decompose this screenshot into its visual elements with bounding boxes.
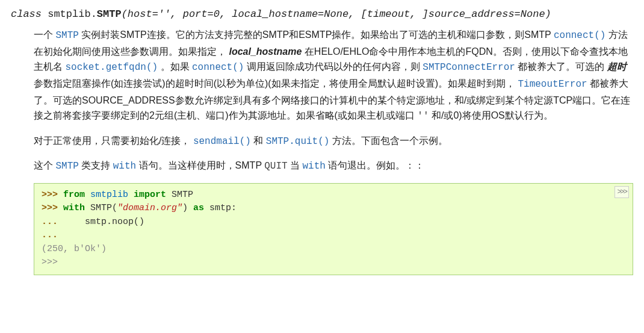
text-run: 这个: [34, 160, 55, 170]
copy-prompt-button[interactable]: >>>: [615, 186, 629, 198]
module-name: smtplib.: [48, 8, 97, 20]
sig-open: (: [122, 8, 128, 20]
text-run: 都被养大了。可选的: [515, 61, 607, 72]
prompt-continuation: ...: [42, 217, 63, 227]
literal-quit: QUIT: [264, 161, 287, 172]
text-run: 语句。当这样使用时，SMTP: [136, 160, 264, 170]
text-run: 和/或0)将使用OS默认行为。: [429, 110, 553, 120]
sig-params-3: source_address=None: [429, 8, 545, 20]
link-smtpconnecterror[interactable]: SMTPConnectError: [423, 62, 515, 73]
class-signature: class smtplib.SMTP(host='', port=0, loca…: [11, 6, 633, 22]
description-block: 一个 SMTP 实例封装SMTP连接。它的方法支持完整的SMTP和ESMTP操作…: [34, 27, 633, 275]
link-smtp[interactable]: SMTP: [55, 161, 78, 172]
sig-bracket-close: ]: [423, 8, 429, 20]
paragraph-2: 对于正常使用，只需要初始化/连接， sendmail() 和 SMTP.quit…: [34, 133, 633, 150]
sig-close: ): [545, 8, 551, 20]
literal-empty-string: '': [417, 111, 429, 122]
sig-params-1: host='', port=0, local_hostname=None,: [128, 8, 361, 20]
text-run: 方法。下面包含一个示例。: [329, 135, 447, 146]
link-smtp[interactable]: SMTP: [55, 30, 78, 41]
link-connect[interactable]: connect(): [192, 62, 244, 73]
text-run: 调用返回除成功代码以外的任何内容，则: [244, 61, 423, 72]
link-getfqdn[interactable]: socket.getfqdn(): [65, 62, 158, 73]
text-run: 当: [288, 160, 303, 170]
text-run: 类支持: [79, 160, 113, 170]
emphasis-timeout: 超时: [607, 61, 627, 72]
keyword-from: from: [63, 190, 85, 200]
name-smtp: SMTP: [172, 190, 193, 200]
prompt-empty: >>>: [42, 257, 58, 267]
sig-params-2: timeout,: [367, 8, 423, 20]
space: [85, 190, 90, 200]
text-run: 语句退出。例如。：：: [326, 160, 424, 170]
space: [166, 190, 172, 200]
link-timeouterror[interactable]: TimeoutError: [518, 79, 587, 90]
sig-bracket-open: [: [361, 8, 367, 20]
link-smtp-quit[interactable]: SMTP.quit(): [266, 136, 330, 147]
module-name: smtplib: [90, 190, 128, 200]
text-run: 一个: [34, 30, 55, 40]
keyword-import: import: [134, 190, 166, 200]
link-sendmail[interactable]: sendmail(): [193, 136, 251, 147]
code-text: smtp:: [204, 203, 237, 213]
paragraph-3: 这个 SMTP 类支持 with 语句。当这样使用时，SMTP QUIT 当 w…: [34, 158, 633, 175]
text-run: 和: [251, 135, 266, 146]
code-block: >>>>>> from smtplib import SMTP >>> with…: [34, 183, 633, 275]
emphasis-local-hostname: local_hostname: [229, 46, 302, 57]
link-with[interactable]: with: [113, 161, 136, 172]
code-text: ): [182, 203, 193, 213]
space: [128, 190, 134, 200]
code-text: smtp.noop(): [63, 217, 144, 227]
keyword-with: with: [63, 203, 85, 213]
keyword-as: as: [193, 203, 204, 213]
keyword-class: class: [11, 8, 48, 20]
output-line: (250, b'Ok'): [42, 244, 107, 254]
prompt: >>>: [42, 203, 63, 213]
string-literal: "domain.org": [117, 203, 182, 213]
text-run: 对于正常使用，只需要初始化/连接，: [34, 135, 193, 146]
text-run: 。如果: [158, 61, 192, 72]
link-with[interactable]: with: [303, 161, 326, 172]
text-run: 参数指定阻塞操作(如连接尝试)的超时时间(以秒为单位)(如果未指定，将使用全局默…: [34, 78, 518, 89]
paragraph-1: 一个 SMTP 实例封装SMTP连接。它的方法支持完整的SMTP和ESMTP操作…: [34, 27, 633, 125]
text-run: 实例封装SMTP连接。它的方法支持完整的SMTP和ESMTP操作。如果给出了可选…: [79, 30, 554, 40]
prompt: >>>: [42, 190, 63, 200]
class-name: SMTP: [97, 8, 122, 20]
link-connect[interactable]: connect(): [554, 30, 605, 41]
prompt-continuation: ...: [42, 230, 58, 240]
code-text: SMTP(: [85, 203, 117, 213]
